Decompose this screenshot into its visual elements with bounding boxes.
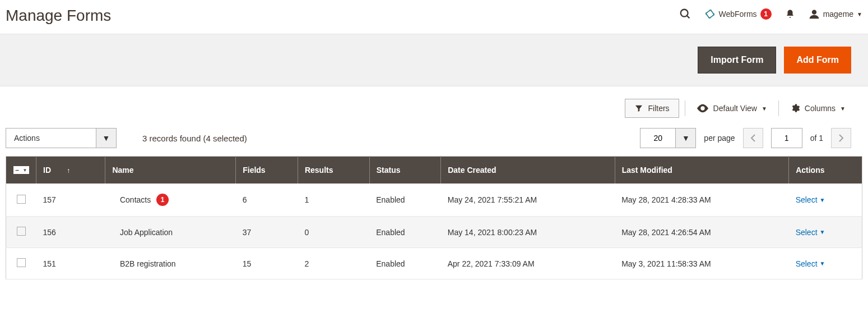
cell-results: 2 [298,248,369,279]
cell-name: Job Application [105,217,236,248]
page-size-select[interactable]: ▼ [640,128,696,148]
bulk-actions-select[interactable]: Actions ▼ [6,128,117,148]
chevron-down-icon: ▼ [820,197,825,203]
user-menu[interactable]: mageme ▼ [809,8,862,20]
row-checkbox[interactable] [17,195,26,204]
col-actions: Actions [789,157,862,184]
default-view-label: Default View [713,104,757,113]
col-date-created[interactable]: Date Created [441,157,615,184]
chevron-down-icon: ▼ [840,106,846,112]
cell-fields: 15 [236,248,298,279]
cell-modified: May 28, 2021 4:26:54 AM [615,217,788,248]
cell-id: 151 [36,248,105,279]
controls-row: Filters Default View ▼ Columns ▼ [0,86,868,122]
cell-name: Contacts1 [105,184,236,217]
cell-status: Enabled [369,217,441,248]
row-badge: 1 [156,194,169,206]
cell-fields: 37 [236,217,298,248]
svg-point-2 [811,10,816,15]
separator [778,100,779,116]
cell-modified: May 3, 2021 11:58:33 AM [615,248,788,279]
webforms-link[interactable]: WebForms 1 [705,8,771,20]
cell-fields: 6 [236,184,298,217]
forms-table: –▼ ID↑ Name Fields Results Status Date C… [6,156,862,279]
webforms-icon [705,9,715,19]
separator [685,100,685,116]
search-icon[interactable] [679,8,691,20]
cell-created: May 24, 2021 7:55:21 AM [441,184,615,217]
bulk-actions-label: Actions [6,134,96,143]
columns-label: Columns [805,104,835,113]
gear-icon [790,103,800,113]
default-view-button[interactable]: Default View ▼ [691,104,773,113]
chevron-down-icon: ▼ [857,11,862,17]
columns-button[interactable]: Columns ▼ [785,103,851,113]
row-action-select[interactable]: Select ▼ [796,228,825,237]
notifications-icon[interactable] [785,8,795,20]
table-row[interactable]: 157 Contacts1 6 1 Enabled May 24, 2021 7… [6,184,862,217]
filters-label: Filters [648,104,669,113]
next-page-button[interactable] [831,128,851,148]
chevron-down-icon: ▼ [820,229,825,235]
webforms-badge: 1 [760,8,772,20]
page-title: Manage Forms [6,4,111,27]
cell-modified: May 28, 2021 4:28:33 AM [615,184,788,217]
row-checkbox[interactable] [17,258,26,267]
chevron-down-icon: ▼ [675,129,695,148]
username: mageme [823,10,853,19]
add-form-button[interactable]: Add Form [784,47,851,74]
cell-id: 156 [36,217,105,248]
svg-point-0 [681,10,688,17]
row-checkbox[interactable] [17,227,26,236]
table-row[interactable]: 151 B2B registration 15 2 Enabled Apr 22… [6,248,862,279]
records-found: 3 records found (4 selected) [142,134,247,143]
user-icon [809,8,820,20]
per-page-label: per page [704,134,735,143]
cell-results: 1 [298,184,369,217]
cell-created: May 14, 2021 8:00:23 AM [441,217,615,248]
col-results[interactable]: Results [298,157,369,184]
current-page-input[interactable] [771,128,802,148]
col-status[interactable]: Status [369,157,441,184]
of-pages-label: of 1 [810,134,823,143]
cell-name: B2B registration [105,248,236,279]
prev-page-button[interactable] [743,128,763,148]
import-form-button[interactable]: Import Form [698,47,776,74]
col-id[interactable]: ID↑ [36,157,105,184]
svg-line-1 [687,16,690,19]
col-name[interactable]: Name [105,157,236,184]
chevron-down-icon: ▼ [820,260,825,267]
filters-button[interactable]: Filters [625,99,679,118]
chevron-down-icon: ▼ [96,129,116,148]
toolbar: Import Form Add Form [0,34,868,86]
select-all-header[interactable]: –▼ [6,157,36,184]
cell-id: 157 [36,184,105,217]
sort-asc-icon: ↑ [67,167,70,175]
webforms-label: WebForms [718,10,756,19]
chevron-left-icon [750,134,756,142]
table-row[interactable]: 156 Job Application 37 0 Enabled May 14,… [6,217,862,248]
filter-icon [634,104,643,113]
mid-row: Actions ▼ 3 records found (4 selected) ▼… [0,122,868,156]
col-last-modified[interactable]: Last Modified [615,157,788,184]
chevron-right-icon [838,134,844,142]
row-action-select[interactable]: Select ▼ [796,259,825,268]
header-actions: WebForms 1 mageme ▼ [679,4,862,20]
col-fields[interactable]: Fields [236,157,298,184]
cell-results: 0 [298,217,369,248]
cell-created: Apr 22, 2021 7:33:09 AM [441,248,615,279]
page-size-input[interactable] [640,129,675,148]
eye-icon [697,104,709,113]
row-action-select[interactable]: Select ▼ [796,195,825,204]
cell-status: Enabled [369,184,441,217]
chevron-down-icon: ▼ [762,106,767,112]
cell-status: Enabled [369,248,441,279]
